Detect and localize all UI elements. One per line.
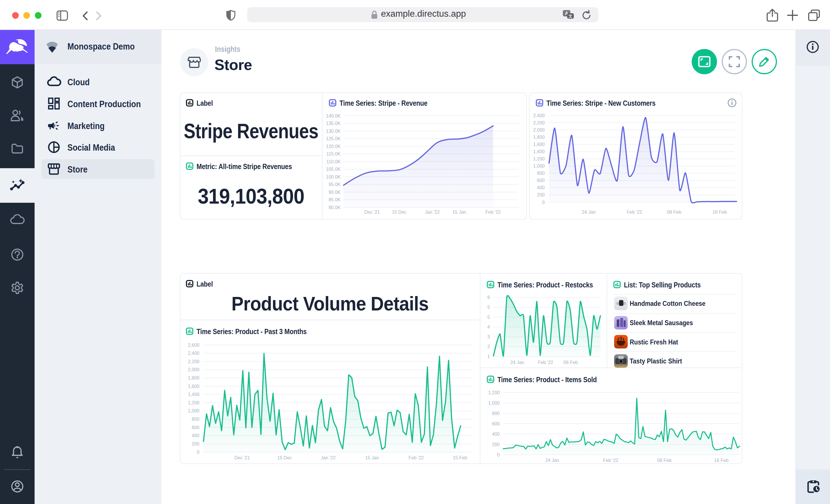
svg-text:08 Feb: 08 Feb [564, 360, 578, 365]
svg-text:Dec '21: Dec '21 [364, 210, 380, 214]
svg-text:6: 6 [487, 295, 490, 300]
svg-text:Feb '22: Feb '22 [409, 455, 424, 460]
svg-text:24 Jan: 24 Jan [510, 360, 524, 365]
svg-text:1,800: 1,800 [533, 135, 545, 140]
svg-text:600: 600 [492, 421, 500, 426]
svg-text:24 Jan: 24 Jan [545, 458, 559, 463]
svg-text:120.0K: 120.0K [326, 144, 341, 149]
svg-text:15 Jan: 15 Jan [365, 455, 379, 460]
svg-text:800: 800 [492, 411, 500, 416]
svg-text:Jan '22: Jan '22 [425, 210, 440, 214]
svg-text:135.0K: 135.0K [326, 121, 341, 126]
svg-text:Feb '22: Feb '22 [603, 458, 618, 463]
svg-text:1,200: 1,200 [533, 156, 545, 161]
svg-text:Jan '22: Jan '22 [321, 455, 336, 460]
svg-text:15 Jan: 15 Jan [452, 210, 466, 214]
svg-text:08 Feb: 08 Feb [657, 458, 671, 463]
svg-text:95.0K: 95.0K [328, 182, 341, 187]
svg-text:2,000: 2,000 [188, 367, 199, 372]
svg-text:200: 200 [192, 441, 199, 446]
svg-text:1,200: 1,200 [488, 390, 500, 395]
svg-text:800: 800 [192, 417, 199, 422]
svg-text:Feb '22: Feb '22 [486, 210, 501, 214]
svg-text:2,000: 2,000 [533, 128, 545, 132]
svg-text:1,600: 1,600 [533, 142, 545, 147]
svg-text:1,400: 1,400 [188, 392, 199, 397]
svg-text:0: 0 [197, 449, 199, 455]
svg-text:15 Feb: 15 Feb [453, 455, 467, 460]
svg-text:400: 400 [192, 433, 199, 438]
svg-text:Feb '22: Feb '22 [627, 210, 642, 214]
svg-text:0: 0 [542, 200, 545, 205]
svg-text:3: 3 [487, 334, 490, 339]
svg-text:24 Jan: 24 Jan [582, 210, 596, 214]
svg-text:80.0K: 80.0K [328, 205, 341, 210]
svg-text:115.0K: 115.0K [326, 152, 341, 156]
svg-text:85.0K: 85.0K [328, 197, 341, 202]
svg-text:1,800: 1,800 [188, 375, 199, 380]
svg-text:125.0K: 125.0K [326, 136, 341, 141]
svg-text:2,400: 2,400 [533, 113, 545, 118]
svg-text:1,600: 1,600 [188, 384, 199, 389]
svg-text:2,200: 2,200 [188, 359, 199, 364]
svg-text:100.0K: 100.0K [326, 174, 341, 179]
svg-text:105.0K: 105.0K [326, 167, 341, 172]
svg-text:1,000: 1,000 [488, 401, 500, 405]
svg-text:1,000: 1,000 [533, 164, 545, 168]
svg-text:2,400: 2,400 [188, 351, 199, 356]
svg-text:140.0K: 140.0K [326, 113, 341, 119]
svg-text:4: 4 [487, 325, 490, 330]
svg-text:2,200: 2,200 [533, 121, 545, 125]
svg-text:200: 200 [492, 442, 500, 447]
svg-text:Dec '21: Dec '21 [234, 455, 250, 460]
svg-text:5: 5 [487, 305, 490, 310]
svg-text:200: 200 [537, 192, 545, 197]
svg-text:400: 400 [537, 185, 545, 190]
svg-text:15 Dec: 15 Dec [277, 455, 292, 460]
svg-text:16 Feb: 16 Feb [712, 210, 727, 214]
svg-text:Feb '22: Feb '22 [538, 360, 553, 365]
svg-text:600: 600 [192, 425, 199, 430]
svg-text:400: 400 [492, 432, 500, 437]
svg-text:2: 2 [487, 344, 490, 349]
svg-text:130.0K: 130.0K [326, 129, 341, 134]
svg-text:08 Feb: 08 Feb [667, 210, 681, 214]
svg-text:15 Dec: 15 Dec [392, 210, 407, 214]
svg-text:90.0K: 90.0K [328, 190, 341, 195]
svg-text:110.0K: 110.0K [326, 159, 341, 164]
svg-text:5: 5 [487, 315, 490, 320]
svg-text:800: 800 [537, 171, 545, 176]
svg-text:1,400: 1,400 [533, 149, 545, 154]
svg-text:1: 1 [487, 354, 490, 359]
svg-text:2,600: 2,600 [188, 343, 199, 348]
svg-text:0: 0 [497, 452, 500, 457]
svg-text:16 Feb: 16 Feb [714, 458, 729, 463]
svg-text:600: 600 [537, 178, 545, 183]
svg-text:1,200: 1,200 [188, 400, 199, 405]
svg-text:1,000: 1,000 [188, 408, 199, 413]
